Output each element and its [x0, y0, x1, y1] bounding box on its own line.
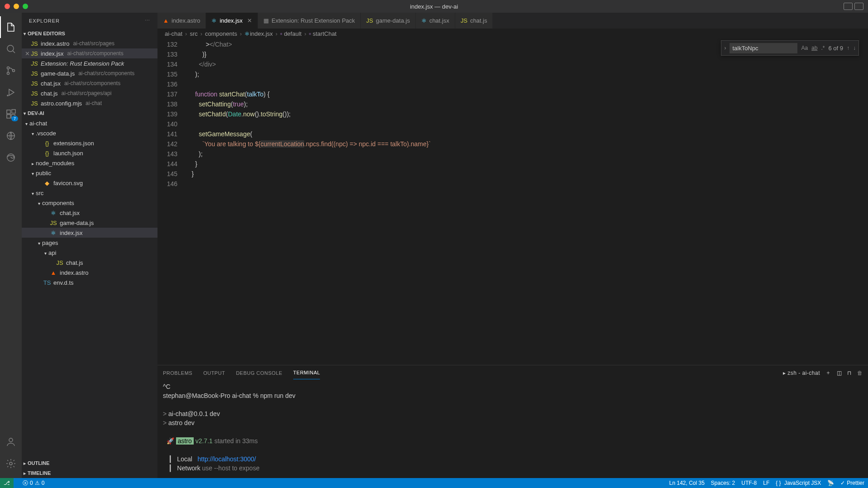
- open-editor-item[interactable]: JSExtension: Rust Extension Pack: [22, 58, 157, 68]
- file-tree-item[interactable]: JSchat.js: [22, 258, 157, 268]
- panel-tab[interactable]: DEBUG CONSOLE: [236, 367, 282, 379]
- more-icon[interactable]: ⋯: [145, 18, 150, 24]
- breadcrumb-item[interactable]: src: [190, 30, 197, 37]
- terminal-shell-label[interactable]: ▸ zsh - ai-chat: [783, 370, 820, 376]
- file-tree-item[interactable]: JSgame-data.js: [22, 218, 157, 228]
- file-tree-item[interactable]: {}extensions.json: [22, 138, 157, 148]
- settings-gear-icon[interactable]: [0, 453, 22, 474]
- breadcrumb-item[interactable]: ▫ default: [280, 30, 301, 37]
- file-tree-item[interactable]: src: [22, 188, 157, 198]
- code-content[interactable]: ></Chat> )} </div> ); function startChat…: [185, 38, 868, 365]
- file-tree-item[interactable]: api: [22, 248, 157, 258]
- open-editor-item[interactable]: JSastro.config.mjsai-chat: [22, 98, 157, 108]
- sidebar-title: EXPLORER: [29, 18, 60, 24]
- editor-tab[interactable]: JSchat.js: [455, 13, 493, 29]
- file-tree-item[interactable]: public: [22, 168, 157, 178]
- edge-icon[interactable]: [0, 147, 22, 168]
- regex-icon[interactable]: .*: [821, 45, 825, 51]
- timeline-header[interactable]: TIMELINE: [22, 468, 157, 478]
- status-bar: ⎇ ⓧ0 ⚠0 Ln 142, Col 35 Spaces: 2 UTF-8 L…: [0, 478, 868, 488]
- close-tab-icon[interactable]: ✕: [247, 17, 252, 24]
- remote-icon[interactable]: [0, 125, 22, 147]
- search-icon[interactable]: [0, 38, 22, 60]
- find-widget[interactable]: › Aa ab .* 6 of 9 ↑ ↓: [721, 40, 859, 56]
- next-match-icon[interactable]: ↓: [853, 45, 856, 51]
- problems-status[interactable]: ⓧ0 ⚠0: [23, 479, 44, 487]
- expand-search-icon[interactable]: ›: [724, 45, 726, 51]
- panel-tab[interactable]: PROBLEMS: [163, 367, 192, 379]
- svg-rect-6: [7, 115, 10, 118]
- file-tree-item[interactable]: .vscode: [22, 128, 157, 138]
- feedback-icon[interactable]: 📡: [827, 480, 834, 486]
- close-window-button[interactable]: [5, 4, 10, 9]
- language-status[interactable]: { } JavaScript JSX: [776, 480, 821, 486]
- svg-point-12: [10, 462, 12, 465]
- window-title: index.jsx — dev-ai: [410, 3, 458, 10]
- remote-indicator[interactable]: ⎇: [0, 478, 14, 488]
- open-editor-item[interactable]: JSchat.jsxai-chat/src/components: [22, 78, 157, 88]
- file-tree-item[interactable]: TSenv.d.ts: [22, 277, 157, 287]
- open-editor-item[interactable]: JSgame-data.jsai-chat/src/components: [22, 68, 157, 78]
- prev-match-icon[interactable]: ↑: [847, 45, 849, 51]
- open-editor-item[interactable]: JSindex.astroai-chat/src/pages: [22, 38, 157, 48]
- file-tree-item[interactable]: ai-chat: [22, 118, 157, 128]
- layout-toggle-icon[interactable]: [844, 3, 853, 10]
- editor-tab[interactable]: ▦Extension: Rust Extension Pack: [258, 13, 361, 29]
- breadcrumb-item[interactable]: ai-chat: [165, 30, 182, 37]
- file-tree-item[interactable]: ▲index.astro: [22, 268, 157, 277]
- file-tree-item[interactable]: pages: [22, 238, 157, 248]
- outline-header[interactable]: OUTLINE: [22, 458, 157, 468]
- panel-tab[interactable]: TERMINAL: [293, 366, 320, 379]
- encoding-status[interactable]: UTF-8: [741, 480, 757, 486]
- editor-tab[interactable]: ⚛chat.jsx: [416, 13, 455, 29]
- split-terminal-icon[interactable]: ◫: [837, 370, 842, 376]
- open-editor-item[interactable]: JSchat.jsai-chat/src/pages/api: [22, 88, 157, 98]
- file-tree-item[interactable]: node_modules: [22, 158, 157, 168]
- search-input[interactable]: [730, 43, 797, 53]
- svg-rect-5: [7, 110, 10, 114]
- breadcrumbs[interactable]: ai-chat›src›components›⚛index.jsx›▫ defa…: [157, 29, 868, 38]
- file-tree-item[interactable]: ◆favicon.svg: [22, 178, 157, 188]
- panel-tabs: PROBLEMSOUTPUTDEBUG CONSOLETERMINAL ▸ zs…: [157, 365, 868, 380]
- cursor-position[interactable]: Ln 142, Col 35: [669, 480, 705, 486]
- svg-rect-8: [12, 110, 15, 113]
- maximize-window-button[interactable]: [23, 4, 28, 9]
- breadcrumb-item[interactable]: ▫ startChat: [309, 30, 337, 37]
- editor-tabs: ▲index.astro⚛index.jsx✕▦Extension: Rust …: [157, 13, 868, 29]
- extensions-badge: 7: [11, 116, 18, 121]
- whole-word-icon[interactable]: ab: [811, 45, 817, 51]
- code-editor[interactable]: 1321331341351361371381391401411421431441…: [157, 38, 868, 365]
- editor-tab[interactable]: ⚛index.jsx✕: [206, 13, 258, 29]
- maximize-panel-icon[interactable]: ⊓: [847, 370, 852, 376]
- layout-toggle-icon[interactable]: [854, 3, 863, 10]
- minimize-window-button[interactable]: [14, 4, 19, 9]
- svg-point-0: [7, 45, 14, 52]
- panel-tab[interactable]: OUTPUT: [203, 367, 225, 379]
- prettier-status[interactable]: ✓ Prettier: [840, 480, 864, 486]
- breadcrumb-item[interactable]: ⚛index.jsx: [244, 30, 273, 37]
- match-case-icon[interactable]: Aa: [801, 45, 808, 51]
- run-debug-icon[interactable]: [0, 81, 22, 103]
- extensions-icon[interactable]: 7: [0, 103, 22, 125]
- close-panel-icon[interactable]: 🗑: [857, 370, 863, 376]
- source-control-icon[interactable]: [0, 60, 22, 81]
- new-terminal-icon[interactable]: ＋: [825, 369, 831, 377]
- project-header[interactable]: DEV-AI: [22, 108, 157, 118]
- title-bar: index.jsx — dev-ai: [0, 0, 868, 13]
- explorer-icon[interactable]: [0, 16, 22, 38]
- account-icon[interactable]: [0, 431, 22, 453]
- open-editors-header[interactable]: OPEN EDITORS: [22, 29, 157, 38]
- file-tree-item[interactable]: {}launch.json: [22, 148, 157, 158]
- file-tree-item[interactable]: ⚛index.jsx: [22, 228, 157, 238]
- open-editor-item[interactable]: ✕JSindex.jsxai-chat/src/components: [22, 48, 157, 58]
- close-editor-icon[interactable]: ✕: [24, 50, 31, 57]
- file-tree-item[interactable]: components: [22, 198, 157, 208]
- file-tree-item[interactable]: ⚛chat.jsx: [22, 208, 157, 218]
- eol-status[interactable]: LF: [763, 480, 769, 486]
- svg-point-11: [9, 438, 13, 442]
- editor-tab[interactable]: JSgame-data.js: [361, 13, 415, 29]
- terminal-output[interactable]: ^Cstephan@MacBook-Pro ai-chat % npm run …: [157, 380, 868, 478]
- indent-status[interactable]: Spaces: 2: [711, 480, 735, 486]
- editor-tab[interactable]: ▲index.astro: [157, 13, 206, 29]
- breadcrumb-item[interactable]: components: [205, 30, 237, 37]
